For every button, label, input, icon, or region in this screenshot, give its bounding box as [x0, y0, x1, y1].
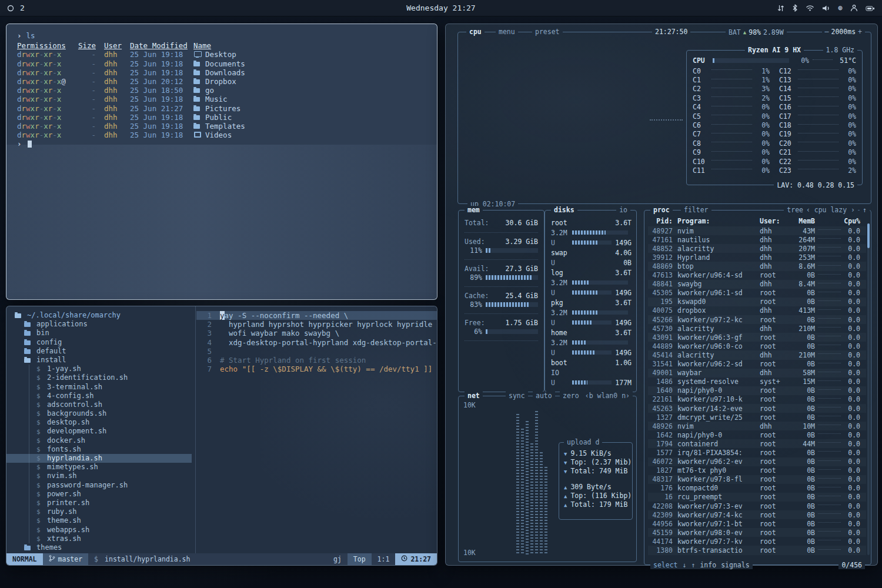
terminal-input-line[interactable]: ›: [17, 139, 437, 148]
globe-icon[interactable]: ⊕: [838, 4, 843, 12]
interval-increase-button[interactable]: [858, 28, 862, 36]
select-up-icon[interactable]: [691, 561, 695, 569]
tab-menu[interactable]: menu: [496, 28, 518, 36]
tree-item[interactable]: themes: [6, 543, 192, 552]
tree-item[interactable]: 2-identification.sh: [6, 373, 192, 382]
process-row[interactable]: 1486 systemd-resolve syst+ 15M 0.0: [648, 377, 866, 386]
process-row[interactable]: 16 rcu_preempt root 0B 0.0: [648, 493, 866, 502]
header-program[interactable]: Program:: [677, 217, 760, 225]
proc-filter-button[interactable]: filter: [681, 206, 711, 214]
process-row[interactable]: 49001 waybar dhh 58M 0.0: [648, 369, 866, 377]
system-monitor-window[interactable]: cpu menu preset 21:27:50 BAT 98% 2.89W 2…: [445, 24, 878, 566]
header-cpu[interactable]: Cpu%: [844, 217, 860, 225]
process-row[interactable]: 48852 alacritty dhh 207M 0.0: [648, 244, 866, 253]
header-mem[interactable]: MemB: [789, 217, 815, 225]
tree-item[interactable]: bin: [6, 329, 192, 338]
process-row[interactable]: 48317 kworker/u97:8-fl root 0B 0.0: [648, 475, 866, 484]
bluetooth-icon[interactable]: [792, 4, 798, 12]
editor-window[interactable]: ~/.local/share/omarchy applications bin …: [6, 306, 437, 566]
proc-signals-button[interactable]: signals: [721, 561, 749, 569]
tree-item[interactable]: webapps.sh: [6, 526, 192, 534]
terminal-window[interactable]: › ls Permissions Size User Date Modified…: [6, 24, 437, 300]
file-tree-panel[interactable]: ~/.local/share/omarchy applications bin …: [6, 306, 196, 553]
tree-item[interactable]: mimetypes.sh: [6, 463, 192, 472]
process-row[interactable]: 48841 swaybg dhh 8.4M 0.0: [648, 280, 866, 289]
io-mode-toggle[interactable]: io: [616, 206, 630, 214]
tree-item[interactable]: 4-config.sh: [6, 392, 192, 400]
code-line[interactable]: 4 xdg-desktop-portal-hyprland xdg-deskto…: [196, 338, 437, 347]
process-row[interactable]: 45266 kworker/u97:2-kc root 0B 0.0: [648, 315, 866, 324]
code-line[interactable]: 6# Start Hyprland on first session: [196, 356, 437, 365]
header-pid[interactable]: Pid:: [648, 217, 673, 225]
process-row[interactable]: 1380 btrfs-transactio root 0B 0.0: [648, 546, 866, 554]
proc-sort-selector[interactable]: ‹ cpu lazy ›: [803, 206, 858, 214]
tree-item[interactable]: default: [6, 347, 192, 356]
process-row[interactable]: 45263 kworker/14:2-eve root 0B 0.0: [648, 404, 866, 413]
tree-item[interactable]: applications: [6, 320, 192, 329]
process-row[interactable]: 44174 kworker/u97:7-kv root 0B 0.0: [648, 537, 866, 546]
tree-item[interactable]: 1-yay.sh: [6, 365, 192, 373]
process-row[interactable]: 45305 kworker/u96:1-sd root 0B 0.0: [648, 289, 866, 298]
tree-item[interactable]: password-manager.sh: [6, 481, 192, 490]
interval-decrease-button[interactable]: [825, 28, 829, 36]
tree-item[interactable]: desktop.sh: [6, 418, 192, 427]
net-sync-button[interactable]: sync: [506, 392, 528, 400]
tree-item[interactable]: hyprlandia.sh: [6, 454, 192, 463]
tab-cpu[interactable]: cpu: [466, 28, 485, 36]
process-row[interactable]: 1640 napi/phy0-0 root 0B 0.0: [648, 386, 866, 395]
select-down-icon[interactable]: [683, 561, 687, 569]
scroll-up-icon[interactable]: [860, 206, 870, 214]
process-row[interactable]: 31541 kworker/u96:2-sd root 0B 0.0: [648, 360, 866, 369]
tree-item[interactable]: xtras.sh: [6, 534, 192, 543]
process-row[interactable]: 176 kcompactd0 root 0B 0.0: [648, 484, 866, 493]
code-line[interactable]: 2 hyprland hyprshot hyprpicker hyprlock …: [196, 320, 437, 329]
tree-item[interactable]: power.sh: [6, 490, 192, 499]
tree-item[interactable]: backgrounds.sh: [6, 409, 192, 418]
process-row[interactable]: 40075 dropbox dhh 413M 0.0: [648, 306, 866, 315]
process-row[interactable]: 42208 kworker/u97:3-ev root 0B 0.0: [648, 502, 866, 510]
user-icon[interactable]: [850, 4, 858, 12]
net-auto-button[interactable]: auto: [533, 392, 555, 400]
process-row[interactable]: 47613 kworker/u96:4-sd root 0B 0.0: [648, 271, 866, 280]
process-row[interactable]: 1327 dmcrypt_write/25 root 0B 0.0: [648, 413, 866, 422]
tree-item[interactable]: config: [6, 338, 192, 347]
net-interface-selector[interactable]: ‹b wlan0 n›: [582, 392, 633, 400]
updates-icon[interactable]: [777, 5, 784, 12]
tree-item[interactable]: printer.sh: [6, 499, 192, 507]
tab-preset[interactable]: preset: [532, 28, 563, 36]
process-row[interactable]: 44889 kworker/u96:0-co root 0B 0.0: [648, 342, 866, 350]
process-row[interactable]: 48869 btop dhh 8.6M 0.0: [648, 262, 866, 270]
tree-item[interactable]: development.sh: [6, 427, 192, 436]
code-line[interactable]: 5: [196, 347, 437, 356]
process-row[interactable]: 48926 nvim dhh 10M 0.0: [648, 422, 866, 430]
code-editor-panel[interactable]: 1yay -S --noconfirm --needed \2 hyprland…: [196, 306, 437, 553]
code-line[interactable]: 3 wofi waybar mako swaybg \: [196, 329, 437, 338]
header-user[interactable]: User:: [760, 217, 789, 225]
process-row[interactable]: 1827 mt76-tx phy0 root 0B 0.0: [648, 466, 866, 475]
wifi-icon[interactable]: [806, 5, 814, 11]
process-row[interactable]: 39912 Hyprland dhh 253M 0.0: [648, 253, 866, 262]
process-row[interactable]: 43091 kworker/u96:3-gf root 0B 0.0: [648, 333, 866, 342]
process-row[interactable]: 45730 alacritty dhh 210M 0.0: [648, 324, 866, 333]
process-row[interactable]: 1642 napi/phy0-0 root 0B 0.0: [648, 430, 866, 439]
process-scrollbar[interactable]: [867, 223, 870, 555]
net-zero-button[interactable]: zero: [560, 392, 582, 400]
process-row[interactable]: 48927 nvim dhh 43M 0.0: [648, 226, 866, 235]
proc-select-button[interactable]: select: [653, 561, 678, 569]
battery-icon[interactable]: [866, 5, 875, 12]
process-row[interactable]: 47161 nautilus dhh 264M 0.0: [648, 235, 866, 244]
tree-item[interactable]: theme.sh: [6, 516, 192, 525]
tree-root[interactable]: ~/.local/share/omarchy: [6, 311, 195, 320]
tree-item[interactable]: ruby.sh: [6, 507, 192, 516]
volume-icon[interactable]: [822, 5, 830, 12]
process-row[interactable]: 22161 kworker/u97:10-k root 0B 0.0: [648, 395, 866, 404]
process-row[interactable]: 45159 kworker/u98:0-ev root 0B 0.0: [648, 528, 866, 537]
process-row[interactable]: 42309 kworker/u97:4-kc root 0B 0.0: [648, 510, 866, 519]
proc-info-button[interactable]: info: [700, 561, 716, 569]
code-line[interactable]: 7echo "[[ -z \$DISPLAY && \$(tty) == /de…: [196, 365, 437, 373]
process-row[interactable]: 44956 kworker/u97:1-bt root 0B 0.0: [648, 519, 866, 528]
tree-item[interactable]: docker.sh: [6, 436, 192, 445]
tree-item[interactable]: adscontrol.sh: [6, 400, 192, 409]
tree-item[interactable]: install: [6, 356, 192, 365]
workspace-indicator[interactable]: 2: [20, 4, 25, 12]
